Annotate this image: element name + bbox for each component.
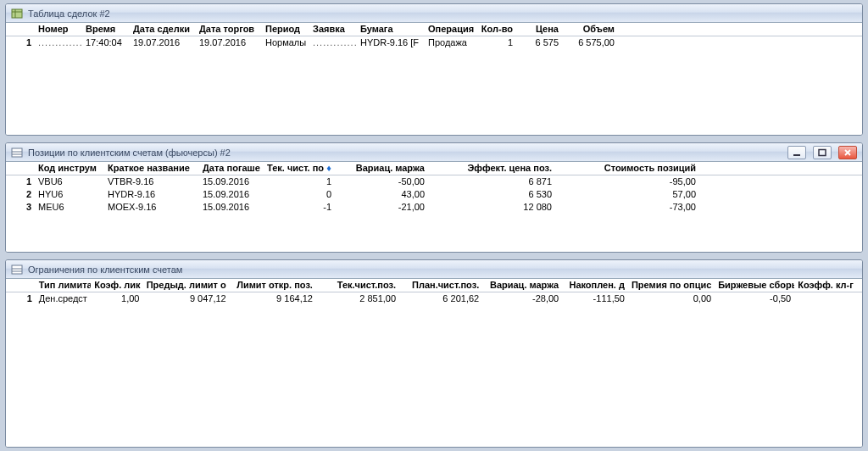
col-header[interactable]: Тип лимита: [36, 279, 91, 292]
limits-header-row[interactable]: Тип лимита Коэф. лик Предыд. лимит о Лим…: [6, 279, 862, 292]
table-icon: [11, 264, 23, 276]
col-header[interactable]: Тек. чист. по ♦: [264, 162, 335, 175]
positions-header-row[interactable]: Код инструм Краткое название Дата погаше…: [6, 162, 862, 175]
table-row[interactable]: 2 HYU6 HYDR-9.16 15.09.2016 0 43,00 6 53…: [6, 187, 862, 200]
col-header[interactable]: Лимит откр. поз.: [230, 279, 316, 292]
table-row[interactable]: 3 MEU6 MOEX-9.16 15.09.2016 -1 -21,00 12…: [6, 200, 862, 213]
workspace: Таблица сделок #2 Номер Время Дата сделк…: [0, 0, 868, 451]
table-row[interactable]: 1 .................. 17:40:04 19.07.2016…: [6, 36, 862, 48]
minimize-button[interactable]: [787, 146, 806, 159]
maximize-button[interactable]: [813, 146, 832, 159]
table-icon: [11, 147, 23, 159]
col-header[interactable]: Эффект. цена поз.: [428, 162, 555, 175]
col-header[interactable]: Коэф. лик: [91, 279, 142, 292]
positions-titlebar[interactable]: Позиции по клиентским счетам (фьючерсы) …: [6, 143, 862, 162]
sort-asc-icon: ♦: [326, 163, 331, 173]
col-header[interactable]: Дата погаше: [199, 162, 264, 175]
deals-panel: Таблица сделок #2 Номер Время Дата сделк…: [5, 3, 863, 136]
col-header[interactable]: Премия по опцис: [628, 279, 715, 292]
svg-rect-0: [12, 9, 22, 18]
col-header[interactable]: Объем: [562, 23, 618, 36]
limits-title: Ограничения по клиентским счетам: [28, 264, 182, 275]
positions-title: Позиции по клиентским счетам (фьючерсы) …: [28, 148, 231, 158]
deals-titlebar[interactable]: Таблица сделок #2: [6, 4, 862, 23]
close-button[interactable]: [838, 146, 857, 159]
col-header[interactable]: Бумага: [357, 23, 425, 36]
col-header[interactable]: Дата сделки: [130, 23, 196, 36]
col-header[interactable]: Номер: [35, 23, 82, 36]
col-header[interactable]: Кол-во: [477, 23, 516, 36]
col-header[interactable]: Вариац. маржа: [335, 162, 428, 175]
col-header[interactable]: Накоплен. д: [562, 279, 628, 292]
col-header[interactable]: Тек.чист.поз.: [316, 279, 399, 292]
col-header[interactable]: Вариац. маржа: [482, 279, 562, 292]
deals-icon: [11, 8, 23, 19]
col-header[interactable]: Коэфф. кл-г: [794, 279, 862, 292]
col-header[interactable]: Биржевые сборы: [715, 279, 794, 292]
table-row[interactable]: 1 VBU6 VTBR-9.16 15.09.2016 1 -50,00 6 8…: [6, 175, 862, 187]
positions-panel: Позиции по клиентским счетам (фьючерсы) …: [5, 142, 863, 253]
svg-rect-7: [819, 149, 826, 155]
col-header[interactable]: Заявка: [309, 23, 357, 36]
deals-title: Таблица сделок #2: [28, 8, 110, 19]
col-header[interactable]: Операция: [425, 23, 477, 36]
col-header[interactable]: Время: [82, 23, 130, 36]
limits-panel: Ограничения по клиентским счетам Тип лим…: [5, 259, 863, 448]
svg-rect-3: [12, 148, 22, 157]
deals-header-row[interactable]: Номер Время Дата сделки Дата торгов Пери…: [6, 23, 862, 36]
svg-rect-10: [12, 265, 22, 274]
col-header[interactable]: Код инструм: [35, 162, 104, 175]
limits-grid[interactable]: Тип лимита Коэф. лик Предыд. лимит о Лим…: [6, 279, 862, 447]
limits-titlebar[interactable]: Ограничения по клиентским счетам: [6, 260, 862, 279]
col-header[interactable]: Цена: [516, 23, 562, 36]
positions-grid[interactable]: Код инструм Краткое название Дата погаше…: [6, 162, 862, 252]
deals-grid[interactable]: Номер Время Дата сделки Дата торгов Пери…: [6, 23, 862, 135]
col-header[interactable]: Стоимость позиций: [555, 162, 699, 175]
col-header[interactable]: Краткое название: [104, 162, 199, 175]
col-header[interactable]: Предыд. лимит о: [143, 279, 230, 292]
col-header[interactable]: Дата торгов: [196, 23, 262, 36]
table-row[interactable]: 1 Ден.средст 1,00 9 047,12 9 164,12 2 85…: [6, 292, 862, 304]
col-header[interactable]: Период: [262, 23, 309, 36]
col-header[interactable]: План.чист.поз.: [399, 279, 482, 292]
